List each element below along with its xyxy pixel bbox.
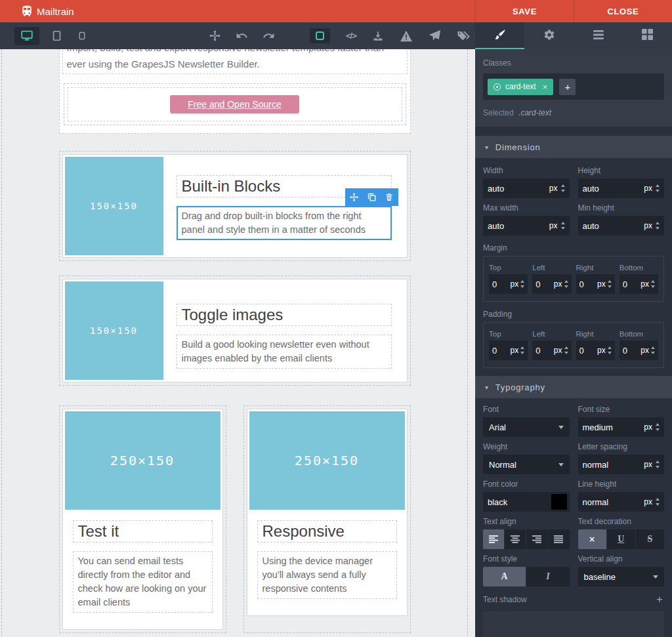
decoration-strike-button[interactable]: S xyxy=(636,529,664,549)
tablet-icon[interactable] xyxy=(47,26,66,45)
card-cell[interactable]: 150×150 Built-in Blocks xyxy=(59,151,411,261)
email-body-wrapper[interactable]: Import, build, test and export responsiv… xyxy=(1,49,468,637)
card-title[interactable]: Responsive xyxy=(257,520,397,543)
font-color-input[interactable]: black xyxy=(483,492,570,512)
card-text[interactable]: Using the device manager you'll always s… xyxy=(257,551,397,599)
save-button[interactable]: SAVE xyxy=(475,0,574,22)
max-width-input[interactable]: auto px xyxy=(483,216,570,236)
font-size-input[interactable]: medium px xyxy=(578,417,665,437)
section-header-dimension[interactable]: ▾ Dimension xyxy=(475,136,672,158)
decoration-none-button[interactable]: × xyxy=(578,529,607,549)
stepper-arrows[interactable] xyxy=(520,346,524,354)
card-test-it[interactable]: 250×150 Test it You can send email tests… xyxy=(62,409,223,630)
class-tags-field[interactable]: card-text × + xyxy=(483,73,664,100)
stepper-arrows[interactable] xyxy=(656,498,660,506)
image-placeholder[interactable]: 250×150 xyxy=(65,411,220,510)
desktop-icon[interactable] xyxy=(14,27,39,45)
warning-icon[interactable] xyxy=(400,30,413,42)
intro-paragraph[interactable]: Import, build, test and export responsiv… xyxy=(62,49,408,74)
align-justify-icon[interactable] xyxy=(548,529,569,549)
remove-class-icon[interactable]: × xyxy=(543,82,548,92)
margin-top-input[interactable]: 0 px xyxy=(489,274,528,294)
letter-spacing-input[interactable]: normal px xyxy=(578,455,665,474)
height-input[interactable]: auto px xyxy=(578,178,665,198)
stepper-arrows[interactable] xyxy=(651,346,655,354)
margin-bottom-input[interactable]: 0 px xyxy=(620,274,658,294)
trash-icon[interactable] xyxy=(381,188,398,206)
class-state-icon[interactable] xyxy=(494,83,501,91)
card-text[interactable]: You can send email tests directly from t… xyxy=(73,551,213,613)
font-select[interactable]: Arial xyxy=(483,417,570,437)
tags-icon[interactable] xyxy=(457,30,470,42)
card-toggle-images[interactable]: 150×150 Toggle images Build a good looki… xyxy=(62,279,408,382)
stepper-arrows[interactable] xyxy=(608,346,612,354)
section-header-typography[interactable]: ▾ Typography xyxy=(475,376,672,398)
card-responsive[interactable]: 250×150 Responsive Using the device mana… xyxy=(247,409,408,616)
stepper-arrows[interactable] xyxy=(564,280,568,288)
stepper-arrows[interactable] xyxy=(561,222,565,230)
stepper-arrows[interactable] xyxy=(656,184,660,192)
column-cell[interactable]: 250×150 Responsive Using the device mana… xyxy=(243,405,411,633)
clone-icon[interactable] xyxy=(363,188,381,206)
stepper-arrows[interactable] xyxy=(656,222,660,230)
padding-top-input[interactable]: 0 px xyxy=(489,340,528,360)
decoration-underline-button[interactable]: U xyxy=(607,529,636,549)
margin-left-input[interactable]: 0 px xyxy=(532,274,571,294)
color-swatch[interactable] xyxy=(551,494,567,510)
stepper-arrows[interactable] xyxy=(564,346,568,354)
move-icon[interactable] xyxy=(209,30,221,42)
width-input[interactable]: auto px xyxy=(483,178,570,198)
mobile-icon[interactable] xyxy=(74,27,90,45)
move-icon[interactable] xyxy=(345,188,363,206)
padding-bottom-input[interactable]: 0 px xyxy=(620,340,658,360)
open-source-link-button[interactable]: Free and Open Source xyxy=(170,95,299,113)
align-center-icon[interactable] xyxy=(505,529,526,549)
tab-settings[interactable] xyxy=(524,22,574,49)
align-left-icon[interactable] xyxy=(483,529,505,549)
card-title[interactable]: Test it xyxy=(73,520,213,543)
style-italic-button[interactable]: I xyxy=(526,567,569,586)
undo-icon[interactable] xyxy=(236,30,248,42)
card-text-selected[interactable]: Drag and drop built-in blocks from the r… xyxy=(177,206,392,240)
send-test-icon[interactable] xyxy=(429,30,441,42)
borders-toggle-icon[interactable] xyxy=(310,28,330,43)
stepper-arrows[interactable] xyxy=(656,423,660,431)
padding-right-input[interactable]: 0 px xyxy=(576,340,615,360)
button-cell[interactable]: Free and Open Source xyxy=(64,83,406,125)
stepper-arrows[interactable] xyxy=(608,280,612,288)
stepper-arrows[interactable] xyxy=(561,184,565,192)
stepper-arrows[interactable] xyxy=(651,280,655,288)
tab-style-manager[interactable] xyxy=(475,22,524,49)
card-text[interactable]: Build a good looking newsletter even wit… xyxy=(177,335,392,369)
card-cell[interactable]: 150×150 Toggle images Build a good looki… xyxy=(59,276,411,386)
tab-layers[interactable] xyxy=(574,22,623,49)
editor-canvas[interactable]: Import, build, test and export responsiv… xyxy=(0,49,475,637)
stepper-arrows[interactable] xyxy=(520,280,524,288)
align-right-icon[interactable] xyxy=(526,529,548,549)
text-shadow-list[interactable] xyxy=(483,611,664,637)
two-column-section[interactable]: 250×150 Test it You can send email tests… xyxy=(59,405,411,633)
import-icon[interactable] xyxy=(372,30,384,42)
margin-right-input[interactable]: 0 px xyxy=(576,274,615,294)
add-shadow-icon[interactable]: + xyxy=(655,593,664,606)
image-placeholder[interactable]: 250×150 xyxy=(249,411,405,510)
tab-blocks[interactable] xyxy=(623,22,672,49)
style-normal-button[interactable]: A xyxy=(483,567,526,586)
vertical-align-select[interactable]: baseline xyxy=(578,567,665,586)
image-placeholder[interactable]: 150×150 xyxy=(65,281,163,380)
redo-icon[interactable] xyxy=(262,30,275,42)
image-placeholder[interactable]: 150×150 xyxy=(65,157,163,255)
padding-left-input[interactable]: 0 px xyxy=(532,340,571,360)
intro-section[interactable]: Import, build, test and export responsiv… xyxy=(59,49,411,134)
column-cell[interactable]: 250×150 Test it You can send email tests… xyxy=(59,405,226,633)
card-built-in-blocks[interactable]: 150×150 Built-in Blocks xyxy=(62,154,408,258)
stepper-arrows[interactable] xyxy=(656,461,660,468)
card-title[interactable]: Toggle images xyxy=(177,304,392,326)
weight-select[interactable]: Normal xyxy=(483,455,570,474)
close-button[interactable]: CLOSE xyxy=(574,0,672,22)
min-height-input[interactable]: auto px xyxy=(578,216,665,236)
class-tag[interactable]: card-text × xyxy=(488,79,553,95)
add-class-button[interactable]: + xyxy=(559,79,576,95)
code-icon[interactable]: </> xyxy=(346,31,356,41)
line-height-input[interactable]: normal px xyxy=(578,492,665,512)
